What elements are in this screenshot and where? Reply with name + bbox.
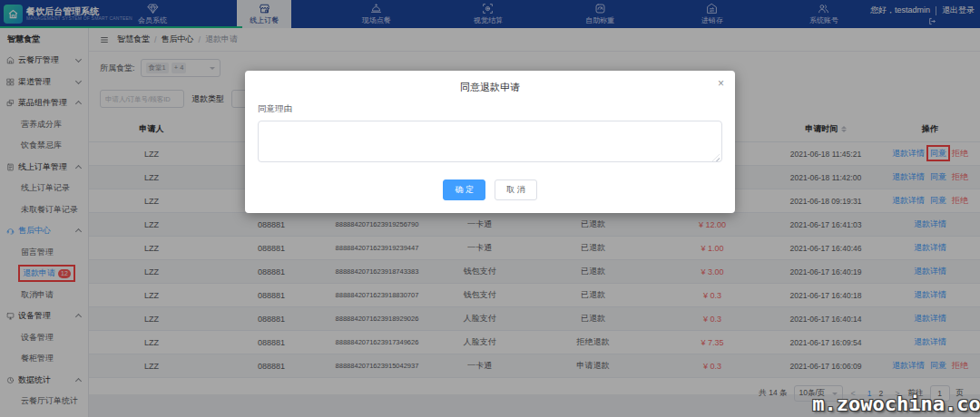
modal-title: 同意退款申请 [245,71,735,94]
cancel-button[interactable]: 取 消 [495,179,537,200]
modal-footer: 确 定 取 消 [258,179,722,200]
reason-textarea[interactable] [258,121,722,162]
refund-approve-modal: 同意退款申请 × 同意理由 确 定 取 消 [245,71,735,213]
modal-body: 同意理由 确 定 取 消 [245,94,735,200]
close-icon[interactable]: × [718,78,724,89]
reason-label: 同意理由 [258,103,722,115]
app-root: 餐饮后台管理系统 MANAGEMENT SYSTEM OF SMART CANT… [0,0,980,417]
watermark: m.zowochina.com [812,393,980,415]
reason-textarea-wrap [258,121,722,166]
confirm-button[interactable]: 确 定 [443,179,485,200]
